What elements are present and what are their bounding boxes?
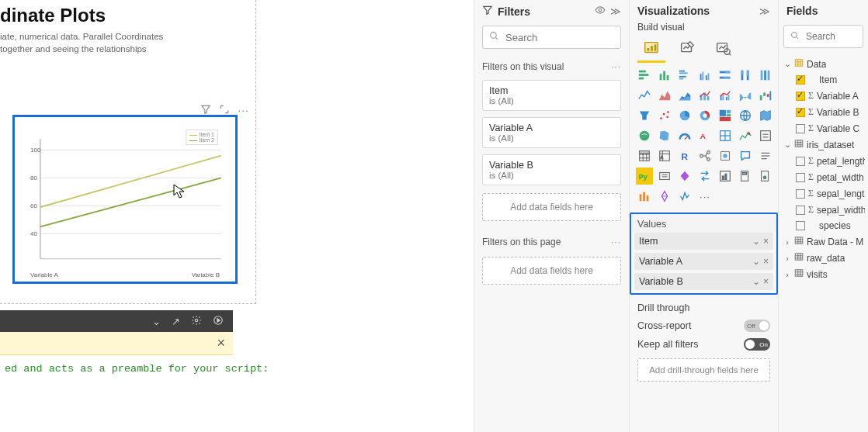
tab-analytics[interactable] bbox=[712, 37, 734, 59]
fields-search[interactable] bbox=[783, 25, 863, 48]
collapse-icon[interactable]: ≫ bbox=[759, 5, 770, 17]
table-row[interactable]: ›Raw Data - M bbox=[783, 233, 865, 250]
azure-map-icon[interactable] bbox=[636, 127, 653, 144]
gear-icon[interactable] bbox=[191, 315, 202, 328]
shape-map-icon[interactable] bbox=[656, 127, 673, 144]
custom-visual-3-icon[interactable] bbox=[676, 188, 693, 205]
value-field-variable-b[interactable]: Variable B ⌄× bbox=[634, 273, 773, 290]
filter-card-variable-a[interactable]: Variable A is (All) bbox=[482, 117, 621, 148]
chart-visual[interactable]: 40 60 80 100 Item 1 Item 2 Variable A Va… bbox=[12, 115, 238, 284]
table-row[interactable]: ⌄Data bbox=[783, 56, 865, 72]
checkbox[interactable] bbox=[796, 75, 805, 85]
kpi-icon[interactable] bbox=[737, 127, 754, 144]
clustered-bar-icon[interactable] bbox=[676, 67, 693, 84]
chevron-down-icon[interactable]: ⌄ bbox=[752, 236, 760, 247]
column-row[interactable]: Σsepal_width bbox=[783, 202, 865, 218]
column-row[interactable]: ΣVariable B bbox=[783, 104, 865, 120]
arcgis-icon[interactable] bbox=[737, 168, 754, 185]
stacked-area-icon[interactable] bbox=[676, 87, 693, 104]
tab-build-visual[interactable] bbox=[641, 37, 662, 59]
filled-map-icon[interactable] bbox=[757, 107, 774, 124]
report-canvas[interactable]: dinate Plots iate, numerical data. Paral… bbox=[0, 0, 474, 432]
play-icon[interactable] bbox=[213, 315, 224, 328]
esri-icon[interactable] bbox=[757, 168, 774, 185]
get-more-visuals-icon[interactable]: ··· bbox=[696, 188, 713, 205]
column-row[interactable]: Σpetal_length bbox=[783, 153, 865, 169]
visual-container[interactable]: dinate Plots iate, numerical data. Paral… bbox=[0, 0, 256, 304]
remove-icon[interactable]: × bbox=[763, 276, 769, 287]
key-influencers-icon[interactable] bbox=[717, 147, 734, 164]
hundred-stacked-column-icon[interactable] bbox=[737, 67, 754, 84]
treemap-icon[interactable] bbox=[717, 107, 734, 124]
table-icon[interactable] bbox=[636, 147, 653, 164]
more-icon[interactable]: ··· bbox=[238, 104, 249, 117]
line-stacked-column-icon[interactable] bbox=[696, 87, 713, 104]
area-chart-icon[interactable] bbox=[656, 87, 673, 104]
drill-through-dropzone[interactable]: Add drill-through fields here bbox=[637, 358, 770, 382]
filters-page-dropzone[interactable]: Add data fields here bbox=[482, 257, 621, 285]
filters-visual-dropzone[interactable]: Add data fields here bbox=[482, 193, 621, 221]
tab-format[interactable] bbox=[676, 37, 698, 59]
fields-search-input[interactable] bbox=[804, 30, 856, 43]
value-field-variable-a[interactable]: Variable A ⌄× bbox=[634, 253, 773, 270]
filters-search-input[interactable] bbox=[504, 31, 614, 44]
script-editor[interactable]: × ed and acts as a preamble for your scr… bbox=[0, 332, 233, 432]
keep-all-filters-toggle[interactable] bbox=[744, 338, 770, 351]
r-visual-icon[interactable]: R bbox=[676, 147, 693, 164]
funnel-icon[interactable] bbox=[636, 107, 653, 124]
power-automate-icon[interactable] bbox=[696, 168, 713, 185]
custom-visual-1-icon[interactable] bbox=[636, 188, 653, 205]
goals-icon[interactable] bbox=[717, 168, 734, 185]
column-row[interactable]: ΣVariable C bbox=[783, 120, 865, 137]
chevron-down-icon[interactable]: ⌄ bbox=[752, 256, 760, 267]
filter-card-variable-b[interactable]: Variable B is (All) bbox=[482, 154, 621, 185]
checkbox[interactable] bbox=[796, 189, 805, 199]
chevron-down-icon[interactable]: ⌄ bbox=[152, 316, 161, 327]
gauge-icon[interactable] bbox=[676, 127, 693, 144]
line-chart-icon[interactable] bbox=[636, 87, 653, 104]
line-clustered-column-icon[interactable] bbox=[717, 87, 734, 104]
checkbox[interactable] bbox=[796, 92, 805, 101]
checkbox[interactable] bbox=[796, 206, 805, 215]
matrix-icon[interactable]: A bbox=[656, 147, 673, 164]
python-visual-icon[interactable]: Py bbox=[636, 168, 653, 185]
multi-card-icon[interactable] bbox=[717, 127, 734, 144]
script-text[interactable]: ed and acts as a preamble for your scrip… bbox=[0, 355, 233, 382]
checkbox[interactable] bbox=[796, 157, 805, 166]
table-row[interactable]: ›visits bbox=[783, 266, 865, 282]
filters-search[interactable] bbox=[482, 26, 621, 49]
close-icon[interactable]: × bbox=[217, 335, 225, 351]
stacked-column-icon[interactable] bbox=[656, 67, 673, 84]
remove-icon[interactable]: × bbox=[763, 236, 769, 247]
eye-icon[interactable] bbox=[595, 5, 606, 18]
column-row[interactable]: ΣVariable A bbox=[783, 88, 865, 104]
column-row[interactable]: Item bbox=[783, 72, 865, 88]
paginated-report-icon[interactable] bbox=[656, 168, 673, 185]
qna-icon[interactable] bbox=[737, 147, 754, 164]
table-row[interactable]: ⌄iris_dataset bbox=[783, 137, 865, 153]
scatter-icon[interactable] bbox=[656, 107, 673, 124]
decomposition-tree-icon[interactable] bbox=[696, 147, 713, 164]
ribbon-chart-icon[interactable] bbox=[737, 87, 754, 104]
map-icon[interactable] bbox=[737, 107, 754, 124]
slicer-icon[interactable] bbox=[757, 127, 774, 144]
checkbox[interactable] bbox=[796, 173, 805, 182]
clustered-column-icon[interactable] bbox=[696, 67, 713, 84]
hundred-stacked-column2-icon[interactable] bbox=[757, 67, 774, 84]
checkbox[interactable] bbox=[796, 221, 805, 230]
filter-card-item[interactable]: Item is (All) bbox=[482, 80, 621, 111]
custom-visual-2-icon[interactable] bbox=[656, 188, 673, 205]
card-icon[interactable]: A bbox=[696, 127, 713, 144]
column-row[interactable]: species bbox=[783, 218, 865, 233]
popout-icon[interactable]: ↗ bbox=[172, 316, 180, 327]
value-field-item[interactable]: Item ⌄× bbox=[634, 233, 773, 250]
remove-icon[interactable]: × bbox=[763, 256, 769, 267]
table-row[interactable]: ›raw_data bbox=[783, 250, 865, 266]
waterfall-icon[interactable] bbox=[757, 87, 774, 104]
cross-report-toggle[interactable] bbox=[744, 320, 770, 332]
pie-icon[interactable] bbox=[676, 107, 693, 124]
donut-icon[interactable] bbox=[696, 107, 713, 124]
chevron-down-icon[interactable]: ⌄ bbox=[752, 276, 760, 287]
column-row[interactable]: Σpetal_width bbox=[783, 169, 865, 185]
stacked-bar-icon[interactable] bbox=[636, 67, 653, 84]
